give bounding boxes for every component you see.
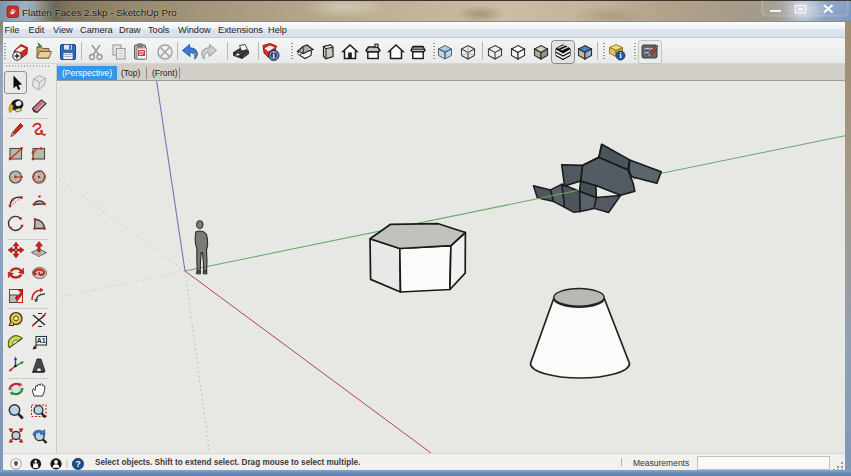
svg-text:?: ? [75,459,80,469]
svg-text:i: i [620,51,622,60]
svg-text:A1: A1 [36,337,45,344]
